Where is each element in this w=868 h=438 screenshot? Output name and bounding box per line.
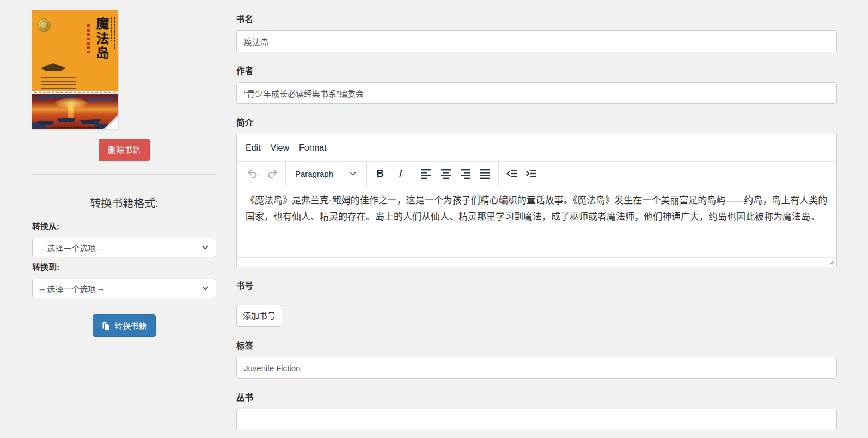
cover-cloud-art: [87, 98, 115, 101]
cover-author-art: [114, 17, 115, 49]
align-left-button[interactable]: [417, 164, 436, 183]
convert-from-selected-option: -- 选择一个选项 --: [39, 242, 103, 254]
duplicate-icon: [101, 322, 110, 330]
delete-book-button[interactable]: 删除书籍: [99, 139, 150, 161]
edit-form: 书名 作者 简介 Edit View Format: [236, 0, 837, 438]
convert-book-button[interactable]: 转换书籍: [93, 314, 156, 337]
editor-menu-view[interactable]: View: [266, 140, 294, 156]
authors-group: 作者: [236, 64, 837, 104]
indent-button[interactable]: [522, 164, 541, 183]
paragraph-format-value: Paragraph: [295, 169, 333, 178]
identifiers-label: 书号: [236, 279, 837, 291]
convert-to-selected-option: -- 选择一个选项 --: [39, 283, 103, 294]
editor-menu-edit[interactable]: Edit: [241, 140, 266, 156]
editor-toolbar: Paragraph B I: [237, 162, 836, 186]
tags-group: 标签: [236, 339, 837, 379]
resize-grip-icon: [828, 258, 835, 266]
book-title-label: 书名: [236, 13, 837, 24]
cover-blurb-art: [41, 77, 76, 91]
convert-to-select[interactable]: -- 选择一个选项 --: [32, 279, 216, 298]
cover-banner-text-art: [34, 92, 116, 93]
bold-icon: B: [376, 168, 384, 180]
tags-label: 标签: [236, 339, 837, 351]
cover-author-art: [111, 17, 112, 41]
convert-from-select[interactable]: -- 选择一个选项 --: [32, 238, 216, 257]
book-title-input[interactable]: [236, 30, 837, 52]
series-group: 丛书: [236, 391, 837, 430]
sidebar-divider: [32, 174, 216, 175]
cover-boat-art: [57, 118, 76, 122]
page-curl: [105, 116, 118, 129]
description-paragraph: 《魔法岛》是弗兰克·鲍姆的佳作之一，这是一个为孩子们精心编织的童话故事。《魔法岛…: [246, 193, 828, 225]
series-input[interactable]: [236, 409, 837, 430]
convert-from-label: 转换从:: [32, 220, 216, 231]
chevron-down-icon: [201, 244, 209, 251]
series-label: 丛书: [236, 391, 837, 403]
align-right-button[interactable]: [456, 164, 475, 183]
editor-menubar: Edit View Format: [237, 134, 836, 162]
undo-icon: [246, 167, 259, 180]
edit-book-page: 魔法岛 删除书籍: [0, 0, 868, 438]
paragraph-format-dropdown[interactable]: Paragraph: [290, 164, 363, 183]
book-cover: 魔法岛: [32, 10, 118, 129]
add-identifier-button[interactable]: 添加书号: [236, 305, 282, 327]
italic-icon: I: [398, 168, 402, 180]
convert-format-heading: 转换书籍格式:: [32, 195, 216, 211]
authors-label: 作者: [236, 64, 837, 76]
description-content[interactable]: 《魔法岛》是弗兰克·鲍姆的佳作之一，这是一个为孩子们精心编织的童话故事。《魔法岛…: [237, 186, 836, 257]
indent-icon: [525, 167, 538, 180]
tags-input[interactable]: [236, 357, 837, 379]
justify-button[interactable]: [476, 164, 494, 183]
convert-book-button-label: 转换书籍: [114, 320, 147, 331]
book-title-group: 书名: [236, 13, 837, 52]
convert-to-label: 转换到:: [32, 261, 216, 272]
italic-button[interactable]: I: [390, 164, 409, 183]
editor-statusbar: [237, 257, 836, 267]
editor-resize-handle[interactable]: [828, 258, 835, 266]
font-style-group: B I: [367, 162, 413, 186]
identifiers-group: 书号 添加书号: [236, 279, 837, 327]
block-format-group: Paragraph: [286, 162, 366, 186]
sidebar: 魔法岛 删除书籍: [32, 0, 216, 438]
cover-boat-art: [80, 119, 101, 124]
award-seal-icon: [37, 18, 51, 32]
align-center-icon: [439, 167, 453, 180]
cover-cloud-art: [36, 95, 76, 100]
description-group: 简介 Edit View Format: [236, 116, 837, 267]
alignment-group: [413, 162, 498, 186]
cover-subtitle-art: [87, 24, 90, 54]
cover-boat-art: [38, 121, 54, 125]
chevron-down-icon: [349, 169, 357, 178]
authors-input[interactable]: [236, 82, 837, 104]
align-right-icon: [459, 167, 472, 180]
cover-island-art: [41, 63, 65, 71]
align-center-button[interactable]: [437, 164, 455, 183]
cover-title: 魔法岛: [95, 17, 108, 61]
align-left-icon: [420, 167, 433, 180]
outdent-button[interactable]: [503, 164, 521, 183]
description-label: 简介: [236, 116, 837, 128]
redo-icon: [266, 167, 279, 180]
chevron-down-icon: [201, 285, 209, 292]
history-group: [240, 162, 285, 186]
undo-button[interactable]: [243, 164, 262, 183]
indent-group: [499, 162, 545, 186]
editor-menu-format[interactable]: Format: [294, 140, 332, 156]
bold-button[interactable]: B: [371, 164, 389, 183]
redo-button[interactable]: [263, 164, 282, 183]
outdent-icon: [505, 167, 518, 180]
justify-icon: [479, 167, 492, 180]
cover-publisher-text-art: [51, 127, 99, 128]
description-editor: Edit View Format: [236, 134, 837, 267]
